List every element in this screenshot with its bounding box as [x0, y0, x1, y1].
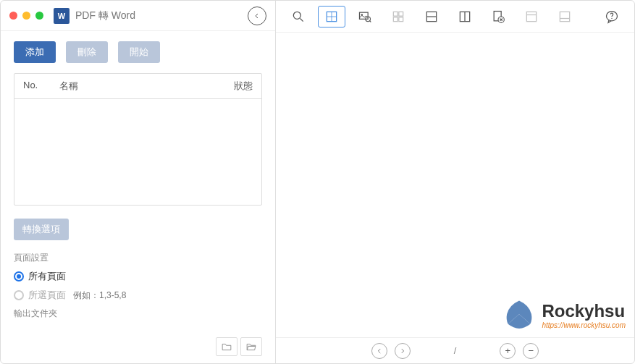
split-horizontal-button[interactable]: [418, 6, 445, 27]
back-button[interactable]: [248, 7, 266, 25]
page-remove-button[interactable]: [484, 6, 512, 27]
open-folder-button[interactable]: [240, 337, 262, 356]
col-status: 狀態: [209, 80, 253, 93]
svg-rect-8: [399, 17, 403, 21]
convert-options-button[interactable]: 轉換選項: [14, 219, 69, 240]
options-section: 轉換選項 頁面設置 所有頁面 所選頁面 輸出文件夾: [1, 206, 275, 333]
image-zoom-icon: [358, 9, 372, 24]
watermark-url: https://www.rockyhsu.com: [542, 321, 626, 329]
help-icon: [605, 9, 619, 24]
chevron-right-icon: [399, 347, 406, 355]
svg-rect-2: [360, 12, 369, 19]
all-pages-label: 所有頁面: [28, 270, 66, 283]
svg-point-0: [293, 12, 300, 19]
watermark-name: Rockyhsu: [542, 301, 626, 321]
chevron-left-icon: [376, 347, 383, 355]
window-title: PDF 轉 Word: [75, 9, 242, 22]
svg-point-16: [611, 17, 612, 18]
folder-open-icon: [246, 342, 256, 351]
col-name: 名稱: [59, 80, 209, 93]
page-remove-icon: [491, 9, 505, 24]
word-icon: [54, 8, 70, 24]
magnifier-icon: [291, 9, 306, 24]
prev-page-button[interactable]: [371, 343, 387, 359]
watermark-logo-icon: [502, 297, 536, 333]
add-button[interactable]: 添加: [14, 41, 56, 63]
fit-page-button[interactable]: [318, 6, 345, 27]
preview-area: Rockyhsu https://www.rockyhsu.com: [276, 33, 634, 337]
split-vertical-button[interactable]: [451, 6, 479, 27]
selected-pages-radio-row[interactable]: 所選頁面: [14, 289, 262, 302]
svg-rect-14: [560, 12, 569, 21]
page-range-input[interactable]: [73, 290, 160, 300]
close-window-button[interactable]: [9, 12, 17, 20]
radio-all-pages[interactable]: [14, 271, 24, 282]
split-v-icon: [458, 9, 472, 24]
start-button[interactable]: 開始: [118, 41, 160, 63]
page-settings-label: 頁面設置: [14, 252, 262, 264]
left-panel: PDF 轉 Word 添加 刪除 開始 No. 名稱 狀態 轉換選項 頁面設置 …: [1, 1, 276, 363]
plus-icon: +: [505, 345, 511, 356]
watermark: Rockyhsu https://www.rockyhsu.com: [502, 297, 626, 333]
svg-rect-13: [526, 12, 536, 21]
browse-folder-button[interactable]: [216, 337, 237, 356]
folder-icon: [222, 342, 232, 351]
titlebar: PDF 轉 Word: [1, 1, 275, 31]
radio-selected-pages[interactable]: [14, 290, 24, 300]
col-no: No.: [23, 80, 59, 93]
preview-toolbar: [276, 1, 634, 33]
zoom-out-button[interactable]: −: [523, 343, 539, 359]
next-page-button[interactable]: [395, 343, 411, 359]
layout-a-icon: [524, 9, 539, 24]
fit-page-icon: [324, 9, 339, 24]
arrow-left-icon: [253, 12, 261, 20]
page-separator: /: [454, 345, 457, 356]
layout-a-button[interactable]: [518, 6, 545, 27]
layout-b-icon: [558, 9, 572, 24]
app-window: PDF 轉 Word 添加 刪除 開始 No. 名稱 狀態 轉換選項 頁面設置 …: [0, 0, 635, 364]
svg-rect-5: [393, 12, 398, 16]
help-button[interactable]: [598, 6, 626, 27]
delete-button[interactable]: 刪除: [66, 41, 108, 63]
traffic-lights: [9, 12, 43, 20]
zoom-tool-button[interactable]: [285, 6, 312, 27]
image-zoom-button[interactable]: [351, 6, 379, 27]
right-panel: Rockyhsu https://www.rockyhsu.com / + −: [276, 1, 634, 363]
table-header: No. 名稱 狀態: [14, 74, 261, 99]
minimize-window-button[interactable]: [22, 12, 30, 20]
selected-pages-label: 所選頁面: [28, 289, 66, 302]
page-navigation: / + −: [276, 337, 634, 363]
grid-icon: [391, 9, 405, 24]
output-folder-label: 輸出文件夾: [14, 308, 262, 320]
layout-b-button[interactable]: [551, 6, 579, 27]
file-table: No. 名稱 狀態: [14, 73, 262, 206]
grid-view-button[interactable]: [384, 6, 412, 27]
maximize-window-button[interactable]: [35, 12, 43, 20]
all-pages-radio-row[interactable]: 所有頁面: [14, 270, 262, 283]
folder-buttons: [1, 333, 275, 363]
split-h-icon: [424, 9, 439, 24]
svg-rect-6: [399, 12, 403, 16]
action-buttons: 添加 刪除 開始: [1, 31, 275, 73]
zoom-in-button[interactable]: +: [500, 343, 516, 359]
svg-rect-7: [393, 17, 398, 21]
minus-icon: −: [529, 345, 534, 356]
